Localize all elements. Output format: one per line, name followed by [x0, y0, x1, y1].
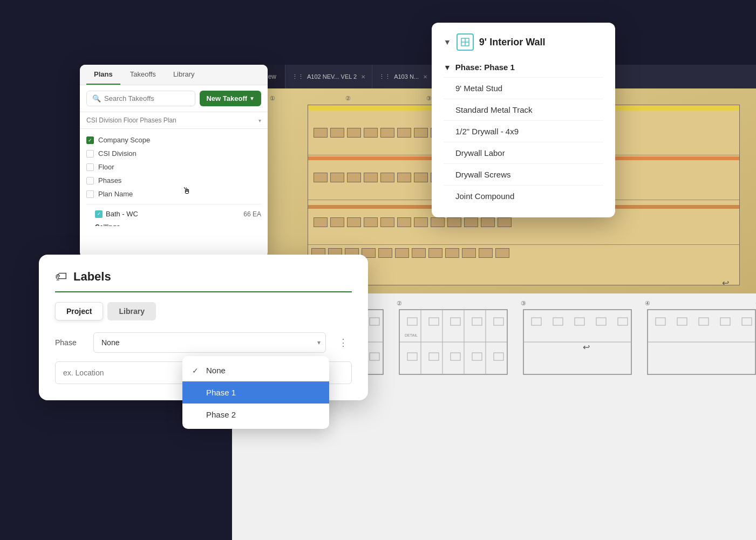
filter-label-floor: Floor: [98, 163, 114, 171]
form-row-phase: Phase NonePhase 1Phase 2 ▾ ⋮: [55, 332, 352, 353]
filter-item-phases[interactable]: Phases: [86, 174, 261, 187]
popup-item-joint-compound[interactable]: Joint Compound: [432, 186, 615, 207]
list-item-bath[interactable]: ✓ Bath - WC 66 EA: [86, 208, 261, 220]
svg-rect-23: [451, 318, 460, 325]
svg-rect-27: [553, 318, 563, 325]
tab-grid-icon2: ⋮⋮: [379, 73, 391, 80]
phase-field-label: Phase: [55, 338, 85, 347]
svg-rect-42: [429, 353, 439, 360]
tab-grid-icon: ⋮⋮: [292, 73, 304, 80]
new-takeoff-button[interactable]: New Takeoff ▼: [200, 91, 261, 106]
checkbox-phases[interactable]: [86, 177, 94, 184]
phase-label: Phase: Phase 1: [455, 63, 515, 72]
tab-takeoffs[interactable]: Takeoffs: [122, 65, 164, 85]
chevron-down-icon2: ▾: [258, 118, 261, 124]
filter-label-plan-name: Plan Name: [98, 190, 133, 198]
dropdown-list: ✓ None Phase 1 ✓ Phase 2: [182, 356, 329, 429]
svg-rect-26: [532, 318, 541, 325]
popup-phase-row: ▼ Phase: Phase 1: [432, 59, 615, 77]
svg-text:③: ③: [521, 300, 526, 306]
popup-item-drywall-screws[interactable]: Drywall Screws: [432, 164, 615, 185]
popup-item-metal-track[interactable]: Standard Metal Track: [432, 99, 615, 120]
wall-icon-box: [457, 33, 474, 51]
checkbox-csi[interactable]: [86, 150, 94, 158]
svg-text:②: ②: [397, 300, 402, 306]
search-icon: 🔍: [92, 94, 101, 102]
tab-library[interactable]: Library: [166, 65, 202, 85]
svg-rect-34: [720, 318, 730, 325]
filter-dropdown-bar[interactable]: CSI Division Floor Phases Plan ▾: [80, 112, 268, 129]
filter-list: ✓ Company Scope 🖱 CSI Division Floor Pha…: [80, 129, 268, 226]
filter-item-csi[interactable]: CSI Division: [86, 147, 261, 160]
divider: [86, 204, 261, 204]
dropdown-option-phase2[interactable]: ✓ Phase 2: [182, 404, 329, 426]
chevron-down-icon: ▼: [249, 95, 255, 101]
svg-rect-44: [472, 353, 482, 360]
svg-rect-29: [596, 318, 606, 325]
popup-card: ▼ 9' Interior Wall ▼ Phase: Phase 1 9' M…: [432, 23, 615, 217]
item-qty-bath: 66 EA: [243, 210, 261, 218]
popup-item-drywall[interactable]: 1/2" Drywall - 4x9: [432, 121, 615, 142]
labels-header: 🏷 Labels: [55, 270, 352, 284]
popup-header: ▼ 9' Interior Wall: [432, 33, 615, 59]
popup-item-metal-stud[interactable]: 9' Metal Stud: [432, 78, 615, 99]
app-tabs: Plans Takeoffs Library: [80, 65, 268, 85]
filter-label-phases: Phases: [98, 176, 121, 184]
collapse-arrow-icon[interactable]: ▼: [444, 38, 451, 46]
filter-item-company-scope[interactable]: ✓ Company Scope: [86, 133, 261, 147]
labels-title: Labels: [73, 270, 111, 284]
svg-rect-30: [618, 318, 628, 325]
svg-rect-24: [472, 318, 482, 325]
svg-text:DETAIL: DETAIL: [405, 333, 418, 337]
svg-rect-35: [742, 318, 752, 325]
item-color-bath: ✓: [95, 210, 103, 218]
svg-rect-32: [677, 318, 687, 325]
item-name-bath: Bath - WC: [106, 210, 138, 218]
more-options-button[interactable]: ⋮: [335, 334, 352, 351]
label-tag-icon: 🏷: [55, 270, 67, 284]
tab-close-icon[interactable]: ✕: [361, 74, 365, 80]
check-phase2-icon: ✓: [192, 411, 201, 419]
checkbox-floor[interactable]: [86, 163, 94, 171]
toolbar: 🔍 New Takeoff ▼: [80, 85, 268, 112]
filter-label-company-scope: Company Scope: [98, 136, 150, 144]
svg-text:↩: ↩: [583, 343, 590, 352]
svg-rect-20: [370, 318, 379, 325]
svg-rect-21: [407, 318, 417, 325]
tab-a102[interactable]: ⋮⋮ A102 NEV... VEL 2 ✕: [285, 65, 372, 88]
checkbox-plan-name[interactable]: [86, 190, 94, 198]
tab-close-icon2[interactable]: ✕: [423, 74, 427, 80]
search-input[interactable]: [104, 94, 189, 102]
svg-rect-28: [575, 318, 584, 325]
svg-rect-40: [370, 353, 379, 360]
labels-tabs: Project Library: [55, 302, 352, 320]
search-box[interactable]: 🔍: [86, 91, 195, 106]
tab-a103[interactable]: ⋮⋮ A103 N... ✕: [372, 65, 434, 88]
phase-select-wrapper[interactable]: NonePhase 1Phase 2 ▾: [93, 332, 326, 353]
dropdown-option-none[interactable]: ✓ None: [182, 359, 329, 381]
svg-rect-43: [451, 353, 460, 360]
svg-rect-41: [407, 353, 417, 360]
check-none-icon: ✓: [192, 366, 201, 375]
filter-item-plan-name[interactable]: Plan Name: [86, 187, 261, 201]
tab-plans[interactable]: Plans: [86, 65, 120, 85]
filter-item-floor[interactable]: Floor: [86, 160, 261, 174]
labels-tab-project[interactable]: Project: [55, 302, 103, 320]
svg-rect-25: [494, 318, 503, 325]
phase-select[interactable]: NonePhase 1Phase 2: [93, 332, 326, 353]
checkbox-company-scope[interactable]: ✓: [86, 136, 94, 144]
popup-title: 9' Interior Wall: [479, 37, 546, 48]
phase-arrow-icon[interactable]: ▼: [444, 63, 451, 72]
filter-label-csi: CSI Division: [98, 149, 137, 158]
app-window: Plans Takeoffs Library 🔍 New Takeoff ▼ C…: [80, 65, 268, 258]
svg-rect-45: [494, 353, 503, 360]
dropdown-option-phase1[interactable]: Phase 1: [182, 381, 329, 404]
popup-item-drywall-labor[interactable]: Drywall Labor: [432, 142, 615, 163]
svg-rect-22: [429, 318, 439, 325]
svg-rect-33: [699, 318, 709, 325]
svg-text:④: ④: [645, 300, 650, 306]
filter-dropdown-text: CSI Division Floor Phases Plan: [86, 117, 176, 124]
green-divider: [55, 291, 352, 292]
labels-tab-library[interactable]: Library: [107, 302, 155, 320]
section-header-ceilings: Ceilings: [86, 220, 261, 226]
